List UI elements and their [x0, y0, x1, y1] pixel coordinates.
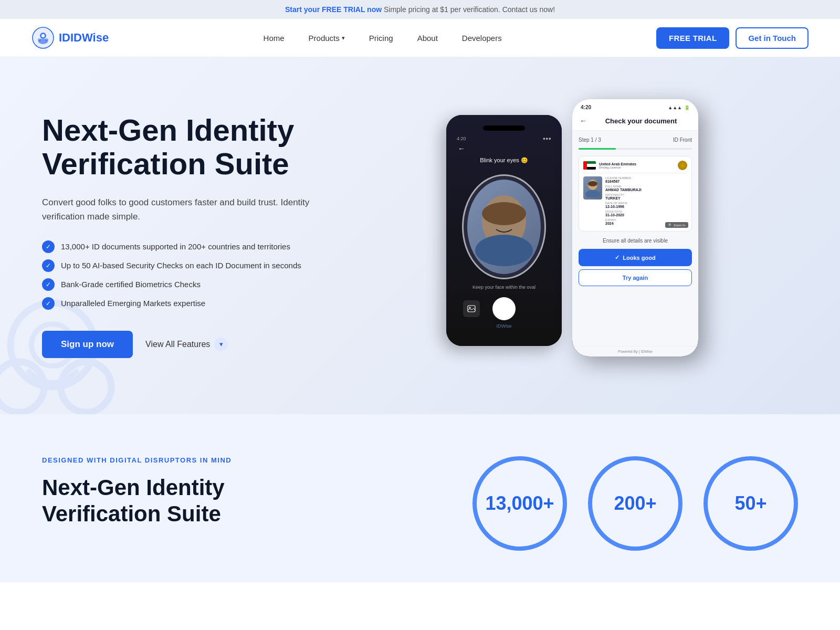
stats-label: DESIGNED WITH DIGITAL DISRUPTORS IN MIND	[42, 456, 344, 464]
id-photo-icon	[585, 178, 601, 197]
banner-cta-link[interactable]: Start your FREE TRIAL now	[285, 5, 382, 14]
phone-brand-label: IDWise	[497, 323, 512, 329]
try-again-button[interactable]: Try again	[579, 269, 692, 286]
phone-front: 4:20 ▲▲▲ 🔋 ← Check your document Step 1 …	[572, 99, 698, 356]
svg-point-2	[41, 34, 45, 37]
signup-button[interactable]: Sign up now	[42, 331, 133, 358]
hero-content: Next-Gen Identity Verification Suite Con…	[42, 113, 336, 358]
face-hint: Keep your face within the oval	[472, 285, 536, 290]
stat-number-1: 13,000+	[485, 492, 554, 514]
phone-back-inner: 4:20 ●●● ← Blink your eyes 😊	[446, 115, 562, 346]
stats-right: 13,000+ 200+ 50+	[344, 456, 798, 551]
id-card: United Arab Emirates Driving Licence	[579, 156, 692, 232]
header: IDIDWise Home Products ▾ Pricing About D…	[0, 19, 840, 57]
main-nav: Home Products ▾ Pricing About Developers	[254, 29, 511, 47]
back-nav-arrow: ←	[458, 144, 465, 153]
id-card-body: LICENSE NUMBER 8184587 FULL NAME AHMAD T…	[583, 176, 687, 227]
id-field-dob: DATE OF BIRTH 12-10-1996	[605, 202, 687, 208]
idwise-powered-brand: IDWise	[640, 350, 653, 353]
hero-phones: 4:20 ●●● ← Blink your eyes 😊	[336, 99, 808, 372]
check-icon-3: ✓	[42, 278, 55, 291]
phone-notch	[483, 125, 525, 131]
logo-icon	[32, 26, 55, 49]
stats-section: DESIGNED WITH DIGITAL DISRUPTORS IN MIND…	[0, 414, 840, 582]
hero-subtitle: Convert good folks to good customers fas…	[42, 195, 336, 224]
stat-number-2: 200+	[614, 492, 656, 514]
svg-point-18	[585, 190, 600, 197]
step-progress-fill	[579, 148, 616, 150]
gallery-icon	[467, 304, 476, 313]
zoom-icon: 🔍	[668, 223, 672, 227]
blink-instruction: Blink your eyes 😊	[480, 157, 528, 164]
phone-back-nav: ←	[452, 144, 556, 153]
nav-products[interactable]: Products ▾	[299, 29, 354, 47]
id-field-nationality: NATIONALITY TURKEY	[605, 193, 687, 200]
stat-circle-3: 50+	[704, 456, 798, 551]
uae-flag-icon	[583, 161, 596, 170]
stats-wrapper: DESIGNED WITH DIGITAL DISRUPTORS IN MIND…	[42, 456, 798, 551]
id-subtitle: Driving Licence	[599, 166, 636, 169]
nav-home[interactable]: Home	[254, 29, 294, 47]
banner-rest-text: Simple pricing at $1 per verification. C…	[384, 5, 555, 14]
id-photo	[583, 176, 602, 200]
powered-by: Powered By | IDWise	[572, 346, 698, 356]
step-indicator: Step 1 / 3 ID Front	[579, 137, 692, 143]
feature-item-4: ✓ Unparalleled Emerging Markets expertis…	[42, 297, 336, 310]
view-features-button[interactable]: View All Features ▾	[145, 338, 228, 351]
svg-point-19	[588, 181, 597, 186]
step-progress-bar	[579, 148, 692, 150]
products-chevron-icon: ▾	[342, 35, 345, 41]
hero-features-list: ✓ 13,000+ ID documents supported in 200+…	[42, 240, 336, 310]
nav-pricing[interactable]: Pricing	[360, 29, 403, 47]
phone-status-bar-back: 4:20 ●●●	[452, 136, 556, 141]
check-icon-2: ✓	[42, 259, 55, 272]
nav-about[interactable]: About	[408, 29, 447, 47]
face-placeholder	[467, 180, 541, 274]
phone-back-controls	[452, 297, 556, 320]
ensure-text: Ensure all details are visible	[579, 238, 692, 244]
phone-back: 4:20 ●●● ← Blink your eyes 😊	[446, 115, 562, 346]
get-in-touch-button[interactable]: Get in Touch	[736, 27, 808, 49]
stat-circle-1: 13,000+	[472, 456, 567, 551]
free-trial-button[interactable]: FREE TRIAL	[656, 27, 729, 49]
feature-item-3: ✓ Bank-Grade certified Biometrics Checks	[42, 278, 336, 291]
svg-point-5	[45, 38, 48, 41]
check-icon-4: ✓	[42, 297, 55, 310]
gallery-button[interactable]	[463, 300, 480, 317]
header-actions: FREE TRIAL Get in Touch	[656, 27, 808, 49]
phone-front-content: Step 1 / 3 ID Front United Arab Emirat	[572, 131, 698, 346]
status-icons: ●●●	[543, 136, 551, 141]
stat-number-3: 50+	[734, 492, 766, 514]
id-card-title-block: United Arab Emirates Driving Licence	[599, 162, 636, 169]
id-card-fields: LICENSE NUMBER 8184587 FULL NAME AHMAD T…	[605, 176, 687, 227]
phone-front-inner: 4:20 ▲▲▲ 🔋 ← Check your document Step 1 …	[572, 99, 698, 356]
logo-text: IDIDWise	[59, 31, 109, 45]
nav-developers[interactable]: Developers	[453, 29, 511, 47]
hero-section: Next-Gen Identity Verification Suite Con…	[0, 57, 840, 414]
face-oval	[462, 174, 546, 279]
svg-point-4	[38, 38, 41, 41]
zoom-indicator: 🔍 Zoom In	[665, 222, 688, 228]
front-back-arrow-icon[interactable]: ←	[580, 117, 587, 125]
svg-point-11	[475, 235, 533, 266]
looks-good-button[interactable]: ✓ Looks good	[579, 249, 692, 266]
id-field-license: LICENSE NUMBER 8184587	[605, 176, 687, 183]
step-text: Step 1 / 3	[579, 137, 601, 143]
id-field-issue: ISSUE DATE 31-10-2020	[605, 210, 687, 217]
id-country: United Arab Emirates	[599, 162, 636, 166]
feature-item-2: ✓ Up to 50 AI-based Security Checks on e…	[42, 259, 336, 272]
phone-front-title: Check your document	[591, 117, 691, 125]
top-banner: Start your FREE TRIAL now Simple pricing…	[0, 0, 840, 19]
svg-point-16	[469, 307, 471, 309]
stats-left: DESIGNED WITH DIGITAL DISRUPTORS IN MIND…	[42, 456, 344, 549]
id-emblem-icon	[678, 161, 687, 170]
face-svg	[472, 187, 536, 266]
stat-circle-2: 200+	[588, 456, 682, 551]
id-card-header: United Arab Emirates Driving Licence	[583, 161, 687, 173]
step-label: ID Front	[673, 137, 692, 143]
arrow-down-icon: ▾	[214, 338, 228, 351]
svg-point-14	[482, 202, 526, 225]
logo[interactable]: IDIDWise	[32, 26, 109, 49]
phone-front-header: ← Check your document	[572, 112, 698, 131]
capture-button[interactable]	[492, 297, 516, 320]
